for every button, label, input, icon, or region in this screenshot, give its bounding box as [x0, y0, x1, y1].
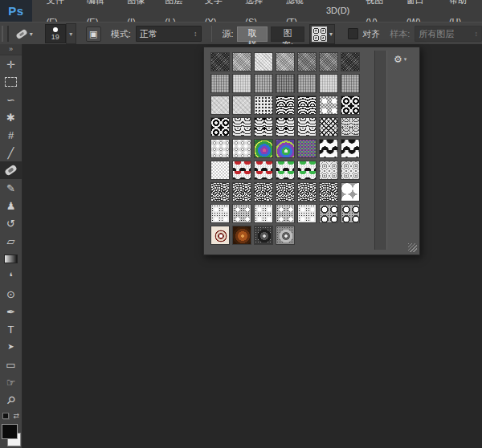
tool-dodge[interactable]: ⊙: [0, 285, 22, 303]
pattern-tile-diamond-c[interactable]: [341, 204, 360, 223]
tool-preset-button[interactable]: ▾: [14, 29, 35, 39]
pattern-tile-noise-xlight[interactable]: [254, 52, 273, 71]
sample-select[interactable]: 所有图层 ↕: [415, 26, 482, 42]
pattern-tile-diamond-b[interactable]: [232, 204, 251, 223]
tool-pen[interactable]: ✒: [0, 303, 22, 320]
pattern-tile-fiber-light[interactable]: [232, 74, 251, 93]
align-checkbox[interactable]: [348, 28, 358, 39]
pattern-tile-noise-light[interactable]: [276, 52, 295, 71]
pattern-swatch-button[interactable]: ▾: [309, 24, 335, 44]
tool-gradient[interactable]: [0, 250, 22, 267]
tool-eyedropper[interactable]: ╱: [0, 144, 22, 161]
pattern-tile-fiber-mid[interactable]: [297, 74, 317, 93]
tool-type[interactable]: T: [0, 320, 22, 338]
tool-path-selection[interactable]: ➤: [0, 338, 22, 356]
pattern-tile-fiber-light[interactable]: [319, 74, 338, 93]
pattern-tile-checker-diamond[interactable]: [319, 96, 338, 115]
tool-zoom[interactable]: ⚲: [0, 391, 22, 409]
pattern-tile-medallion-maroon[interactable]: [210, 226, 230, 245]
tool-crop[interactable]: #: [0, 126, 22, 144]
pattern-tile-ornate-gray[interactable]: [210, 139, 230, 158]
pattern-tile-noise-dark[interactable]: [341, 52, 360, 71]
pattern-tile-half-green[interactable]: [276, 161, 295, 180]
pattern-tile-noise-mid[interactable]: [319, 52, 338, 71]
pattern-tile-medallion-gray[interactable]: [276, 226, 295, 245]
tool-history-brush[interactable]: ↺: [0, 214, 22, 232]
pattern-tile-fan[interactable]: [232, 182, 251, 202]
source-pattern-button[interactable]: 图案:: [271, 26, 304, 42]
tool-brush[interactable]: ✎: [0, 179, 22, 197]
source-sampled-button[interactable]: 取样: [237, 26, 268, 42]
pattern-tile-half-red[interactable]: [254, 161, 273, 180]
pattern-tile-half-bw[interactable]: [319, 139, 338, 158]
pattern-tile-seigaiha-dark[interactable]: [341, 96, 360, 115]
mode-select[interactable]: 正常 ↕: [136, 26, 202, 42]
pattern-tile-half-green[interactable]: [297, 161, 317, 180]
tool-quick-selection[interactable]: ✱: [0, 108, 22, 126]
pattern-tile-scale-eyes[interactable]: [254, 117, 273, 136]
pattern-tile-diamond-a[interactable]: [210, 204, 230, 223]
pattern-tile-checker-light[interactable]: [210, 161, 230, 180]
tool-lasso[interactable]: ∽: [0, 91, 22, 108]
picker-menu-button[interactable]: ⚙ ▾: [394, 54, 406, 65]
tool-hand[interactable]: ☞: [0, 373, 22, 391]
pattern-tile-fiber-mid[interactable]: [254, 74, 273, 93]
pattern-tile-fan[interactable]: [276, 182, 295, 202]
pattern-tile-scale-light[interactable]: [232, 117, 251, 136]
pattern-tile-fan[interactable]: [210, 182, 230, 202]
pattern-tile-noise-light[interactable]: [232, 52, 251, 71]
pattern-tile-scale-light[interactable]: [297, 117, 317, 136]
pattern-tile-half-red[interactable]: [232, 161, 251, 180]
menu-bar: Ps 文件(F)编辑(E)图像(I)图层(L)文字(Y)选择(S)滤镜(T)3D…: [0, 0, 482, 22]
default-colors-icon[interactable]: [2, 413, 10, 420]
pattern-tile-fiber-dark[interactable]: [276, 74, 295, 93]
pattern-tile-tex-light[interactable]: [232, 96, 251, 115]
pattern-tile-seigaiha-light[interactable]: [297, 96, 317, 115]
chevron-down-icon[interactable]: ▾: [66, 23, 76, 44]
pattern-tile-flower-rust[interactable]: [232, 226, 251, 245]
pattern-tile-psy-speckle[interactable]: [297, 139, 317, 158]
pattern-tile-psy-green[interactable]: [254, 139, 273, 158]
pattern-tile-quatrefoil[interactable]: [341, 182, 360, 202]
pattern-tile-speckle[interactable]: [254, 96, 273, 115]
toggle-brush-panel-button[interactable]: ▣: [86, 26, 101, 42]
pattern-tile-half-bw[interactable]: [341, 139, 360, 158]
pattern-tile-scale-speckle[interactable]: [341, 117, 360, 136]
tool-blur[interactable]: ❛: [0, 267, 22, 285]
pattern-tile-diamond-a[interactable]: [254, 204, 273, 223]
pattern-tile-fiber-mid[interactable]: [210, 74, 230, 93]
pattern-tile-scale-x[interactable]: [319, 117, 338, 136]
pattern-tile-fan[interactable]: [319, 182, 338, 202]
pattern-tile-fan[interactable]: [254, 182, 273, 202]
pattern-tile-ornate-gray[interactable]: [232, 139, 251, 158]
pattern-tile-scale-eyes[interactable]: [276, 117, 295, 136]
brush-size-picker[interactable]: 19 ▾: [45, 23, 76, 44]
pattern-tile-fiber-mid[interactable]: [341, 74, 360, 93]
pattern-tile-seigaiha-light[interactable]: [276, 96, 295, 115]
tool-healing-brush[interactable]: [0, 161, 22, 179]
menu-item-3d[interactable]: 3D(D): [318, 0, 357, 22]
pattern-tile-fan[interactable]: [297, 182, 317, 202]
tool-move[interactable]: ✛: [0, 55, 22, 73]
tool-marquee[interactable]: [0, 73, 22, 91]
pattern-tile-seigaiha-dark[interactable]: [210, 117, 230, 136]
pattern-picker-scrollbar[interactable]: [374, 51, 387, 250]
pattern-tile-rings-fine[interactable]: [319, 161, 338, 180]
move-icon: ✛: [6, 59, 15, 70]
tool-eraser[interactable]: ▱: [0, 232, 22, 250]
pattern-tile-diamond-c[interactable]: [319, 204, 338, 223]
pattern-tile-rings-fine[interactable]: [341, 161, 360, 180]
swap-colors-icon[interactable]: ⇄: [13, 412, 19, 420]
pattern-tile-diamond-b[interactable]: [276, 204, 295, 223]
pattern-tile-noise-dark[interactable]: [210, 52, 230, 71]
tool-shape[interactable]: ▭: [0, 356, 22, 373]
pattern-tile-medallion-dark[interactable]: [254, 226, 273, 245]
pattern-tile-tex-light[interactable]: [210, 96, 230, 115]
tool-clone-stamp[interactable]: ♟: [0, 197, 22, 214]
collapse-toolbar-button[interactable]: »: [0, 44, 22, 55]
pattern-tile-psy-purple[interactable]: [276, 139, 295, 158]
resize-grip-icon[interactable]: [408, 243, 417, 252]
pattern-tile-diamond-a[interactable]: [297, 204, 317, 223]
foreground-color-swatch[interactable]: [2, 424, 18, 439]
pattern-tile-noise-mid[interactable]: [297, 52, 317, 71]
